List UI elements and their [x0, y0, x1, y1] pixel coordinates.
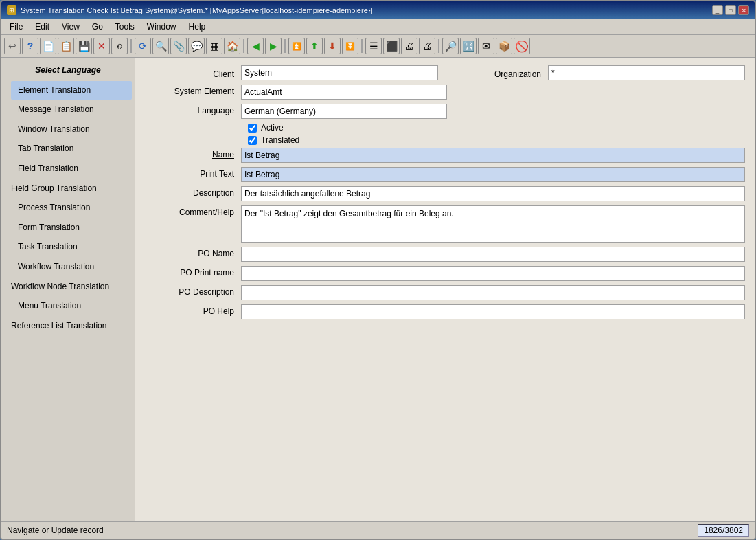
menu-window[interactable]: Window — [141, 21, 182, 33]
sidebar-item-field-group-translation[interactable]: Field Group Translation — [4, 179, 132, 199]
po-help-label: PO Help — [145, 304, 241, 316]
comment-help-textarea[interactable]: Der "Ist Betrag" zeigt den Gesamtbetrag … — [241, 205, 745, 243]
row-po-name: PO Name — [145, 247, 745, 262]
print-button[interactable]: 🖨 — [401, 38, 417, 54]
print-text-label: Print Text — [145, 167, 241, 179]
nav-next-button[interactable]: ▶ — [265, 38, 282, 54]
sidebar-item-process-translation[interactable]: Process Translation — [11, 199, 132, 218]
menu-tools[interactable]: Tools — [110, 21, 140, 33]
menu-view[interactable]: View — [56, 21, 85, 33]
archive-button[interactable]: 📦 — [496, 38, 512, 54]
close-button[interactable]: ✕ — [738, 5, 749, 15]
language-label: Language — [145, 104, 241, 115]
status-message: Navigate or Update record — [7, 526, 104, 535]
first-button[interactable]: ⏫ — [288, 38, 305, 54]
row-print-text: Print Text — [145, 167, 745, 182]
sidebar-item-workflow-translation[interactable]: Workflow Translation — [11, 258, 132, 277]
main-area: Select Language Element Translation Mess… — [1, 58, 755, 521]
title-bar: ⊞ System Translation Check Ist Betrag Sy… — [1, 1, 755, 19]
last-button[interactable]: ⏬ — [342, 38, 358, 54]
system-element-input[interactable] — [241, 85, 447, 100]
print2-button[interactable]: 🖨 — [419, 38, 435, 54]
home-button[interactable]: 🏠 — [224, 38, 240, 54]
separator-5 — [438, 39, 439, 53]
status-bar: Navigate or Update record 1826/3802 — [1, 521, 755, 539]
calc-button[interactable]: 🔢 — [460, 38, 477, 54]
refresh-button[interactable]: ⟳ — [135, 38, 151, 54]
attach-button[interactable]: 📎 — [170, 38, 187, 54]
new-button[interactable]: 📄 — [40, 38, 56, 54]
row-po-help: PO Help — [145, 304, 745, 319]
description-label: Description — [145, 186, 241, 198]
separator-3 — [284, 39, 286, 53]
po-description-label: PO Description — [145, 285, 241, 297]
menu-bar: File Edit View Go Tools Window Help — [1, 19, 755, 35]
zoom-button[interactable]: 🔎 — [442, 38, 459, 54]
sidebar-item-message-translation[interactable]: Message Translation — [11, 100, 132, 120]
sidebar-item-menu-translation[interactable]: Menu Translation — [11, 297, 132, 316]
copy-button[interactable]: 📋 — [58, 38, 74, 54]
undo-button[interactable]: ⎌ — [111, 38, 128, 54]
mail-button[interactable]: ✉ — [478, 38, 494, 54]
sidebar-item-form-translation[interactable]: Form Translation — [11, 218, 132, 238]
system-element-label: System Element — [145, 85, 241, 96]
organization-label: Organization — [452, 67, 548, 79]
sidebar-item-field-translation[interactable]: Field Translation — [11, 159, 132, 179]
sidebar: Select Language Element Translation Mess… — [1, 58, 135, 521]
po-print-name-input[interactable] — [241, 266, 745, 281]
menu-edit[interactable]: Edit — [30, 21, 55, 33]
active-checkbox[interactable] — [248, 124, 257, 133]
po-help-input[interactable] — [241, 304, 745, 319]
restore-button[interactable]: □ — [725, 5, 736, 15]
delete-button[interactable]: ✕ — [93, 38, 110, 54]
window-title: System Translation Check Ist Betrag Syst… — [21, 6, 372, 14]
minimize-button[interactable]: _ — [712, 5, 723, 15]
help-button[interactable]: ? — [22, 38, 38, 54]
sidebar-item-tab-translation[interactable]: Tab Translation — [11, 139, 132, 159]
app-icon: ⊞ — [7, 5, 16, 15]
chat-button[interactable]: 💬 — [188, 38, 205, 54]
po-description-input[interactable] — [241, 285, 745, 300]
nav-prev-button[interactable]: ◀ — [247, 38, 264, 54]
row-name: Name — [145, 148, 745, 163]
record-info: 1826/3802 — [698, 524, 749, 537]
sidebar-item-workflow-node-translation[interactable]: Workflow Node Translation — [4, 278, 132, 297]
translated-checkbox[interactable] — [248, 136, 257, 145]
separator-1 — [130, 39, 132, 53]
client-label: Client — [145, 67, 241, 79]
parent-button[interactable]: ⬛ — [383, 38, 400, 54]
title-bar-left: ⊞ System Translation Check Ist Betrag Sy… — [7, 5, 372, 15]
active-label: Active — [261, 123, 284, 133]
prev-button[interactable]: ⬆ — [306, 38, 323, 54]
sidebar-item-task-translation[interactable]: Task Translation — [11, 238, 132, 257]
sidebar-item-element-translation[interactable]: Element Translation — [11, 81, 132, 100]
client-input[interactable] — [241, 65, 438, 80]
sidebar-item-window-translation[interactable]: Window Translation — [11, 120, 132, 139]
menu-file[interactable]: File — [4, 21, 28, 33]
save-button[interactable]: 💾 — [76, 38, 92, 54]
menu-help[interactable]: Help — [183, 21, 211, 33]
sidebar-item-reference-list-translation[interactable]: Reference List Translation — [4, 317, 132, 336]
separator-4 — [361, 39, 363, 53]
content-area: Client Organization System Element Langu… — [135, 58, 755, 521]
comment-help-label: Comment/Help — [145, 205, 241, 217]
translated-label: Translated — [261, 135, 299, 145]
close-window-button[interactable]: 🚫 — [514, 38, 530, 54]
back-button[interactable]: ↩ — [4, 38, 21, 54]
sidebar-item-select-language[interactable]: Select Language — [4, 61, 132, 80]
next-rec-button[interactable]: ⬇ — [324, 38, 341, 54]
name-input[interactable] — [241, 148, 745, 163]
po-name-label: PO Name — [145, 247, 241, 258]
print-text-input[interactable] — [241, 167, 745, 182]
po-name-input[interactable] — [241, 247, 745, 262]
find-button[interactable]: 🔍 — [152, 38, 169, 54]
detail-button[interactable]: ☰ — [365, 38, 382, 54]
menu-go[interactable]: Go — [87, 21, 108, 33]
grid-button[interactable]: ▦ — [206, 38, 222, 54]
description-input[interactable] — [241, 186, 745, 201]
toolbar: ↩ ? 📄 📋 💾 ✕ ⎌ ⟳ 🔍 📎 💬 ▦ 🏠 ◀ ▶ ⏫ ⬆ ⬇ ⏬ ☰ … — [1, 35, 755, 58]
row-description: Description — [145, 186, 745, 201]
organization-input[interactable] — [548, 65, 745, 80]
language-input[interactable] — [241, 104, 447, 119]
row-po-description: PO Description — [145, 285, 745, 300]
